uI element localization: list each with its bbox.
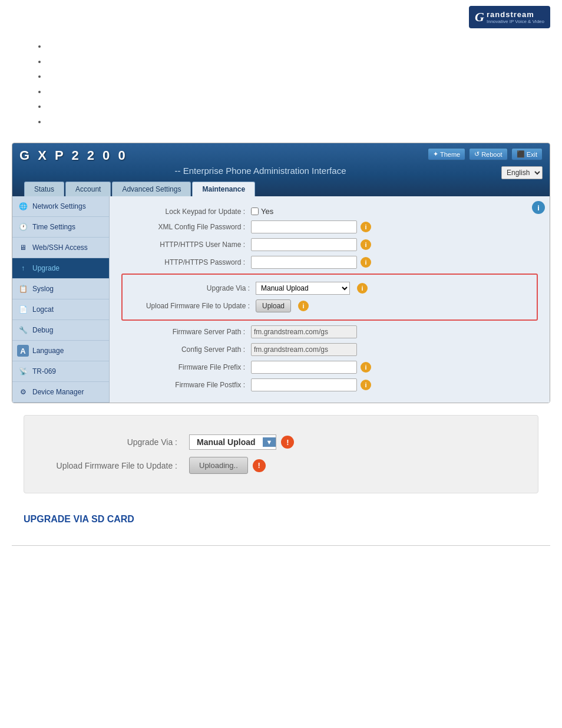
upload-firmware-expanded-row: Upload Firmware File to Update : Uploadi…: [42, 457, 520, 474]
main-content: 🌐 Network Settings 🕐 Time Settings 🖥 Web…: [12, 196, 550, 403]
http-pass-hint-icon[interactable]: i: [361, 257, 371, 268]
sidebar-label-web-ssh: Web/SSH Access: [32, 243, 88, 252]
uploading-warn-icon[interactable]: !: [253, 459, 266, 472]
sidebar-label-language: Language: [32, 347, 64, 355]
theme-label: Theme: [440, 151, 460, 158]
logo-brand: randstream: [487, 10, 544, 19]
firmware-postfix-label: Firmware File Postfix :: [121, 381, 251, 389]
form-row-upgrade-via: Upgrade Via : Manual Upload i: [126, 282, 533, 295]
device-model-title: G X P 2 2 0 0: [19, 148, 128, 163]
upgrade-via-expanded-section: Upgrade Via : Manual Upload ▼ ! Upload F…: [24, 415, 538, 493]
grandstream-logo: G randstream Innovative IP Voice & Video: [469, 6, 550, 28]
http-user-hint-icon[interactable]: i: [361, 239, 371, 250]
upload-button[interactable]: Upload: [256, 299, 291, 312]
firmware-server-label: Firmware Server Path :: [121, 328, 251, 336]
sdcard-section-heading: UPGRADE VIA SD CARD: [0, 505, 562, 528]
upgrade-via-warn-icon[interactable]: !: [281, 436, 294, 449]
logo-tagline: Innovative IP Voice & Video: [487, 19, 544, 24]
upgrade-via-select[interactable]: Manual Upload: [256, 282, 350, 295]
sidebar-item-tr069[interactable]: 📡 TR-069: [12, 361, 109, 382]
upload-firmware-hint-icon[interactable]: i: [298, 301, 309, 311]
sidebar-label-logcat: Logcat: [32, 305, 54, 314]
tab-account[interactable]: Account: [65, 182, 111, 196]
theme-button[interactable]: ✦ Theme: [428, 148, 465, 160]
sidebar-item-device-manager[interactable]: ⚙ Device Manager: [12, 382, 109, 403]
upgrade-via-hint-icon[interactable]: i: [357, 283, 368, 294]
theme-icon: ✦: [433, 150, 438, 158]
sidebar-label-network-settings: Network Settings: [32, 202, 86, 210]
header-buttons: ✦ Theme ↺ Reboot ⬛ Exit: [428, 148, 543, 160]
form-row-lock-keypad: Lock Keypad for Update : Yes: [121, 207, 538, 216]
upgrade-via-expanded-value: Manual Upload ▼ !: [189, 434, 294, 450]
sidebar-item-language[interactable]: A Language: [12, 341, 109, 361]
syslog-icon: 📋: [17, 283, 29, 295]
upgrade-via-expanded-label: Upgrade Via :: [42, 437, 189, 447]
web-ssh-icon: 🖥: [17, 242, 29, 253]
sidebar-item-debug[interactable]: 🔧 Debug: [12, 320, 109, 341]
xml-config-input[interactable]: [251, 220, 357, 233]
bullet-list-area: [0, 31, 562, 137]
firmware-postfix-hint-icon[interactable]: i: [361, 380, 371, 390]
sidebar-label-debug: Debug: [32, 326, 53, 334]
bottom-divider: [12, 545, 550, 546]
xml-config-label: XML Config File Password :: [121, 223, 251, 231]
form-row-firmware-postfix: Firmware File Postfix : i: [121, 378, 538, 391]
logo-g-letter: G: [475, 9, 484, 25]
form-row-http-user: HTTP/HTTPS User Name : i: [121, 238, 538, 251]
reboot-icon: ↺: [474, 150, 480, 158]
logo-area: G randstream Innovative IP Voice & Video: [0, 0, 562, 31]
sidebar-item-syslog[interactable]: 📋 Syslog: [12, 279, 109, 299]
upload-firmware-label: Upload Firmware File to Update :: [126, 302, 256, 310]
manual-upload-label: Manual Upload: [190, 435, 263, 449]
sidebar-label-device-manager: Device Manager: [32, 388, 84, 396]
upgrade-select-wrap: Manual Upload i: [256, 282, 368, 295]
device-header-top: G X P 2 2 0 0 ✦ Theme ↺ Reboot ⬛ Exit: [19, 148, 543, 163]
sidebar-item-network-settings[interactable]: 🌐 Network Settings: [12, 196, 109, 217]
firmware-prefix-hint-icon[interactable]: i: [361, 362, 371, 373]
sidebar-item-upgrade[interactable]: ↑ Upgrade: [12, 258, 109, 279]
time-settings-icon: 🕐: [17, 221, 29, 233]
exit-icon: ⬛: [517, 150, 525, 158]
exit-button[interactable]: ⬛ Exit: [511, 148, 543, 160]
bullet-item: [47, 41, 538, 52]
sidebar-label-tr069: TR-069: [32, 367, 56, 375]
select-arrow-icon: ▼: [263, 437, 276, 447]
lock-keypad-label: Lock Keypad for Update :: [121, 207, 251, 216]
device-subtitle: -- Enterprise Phone Administration Inter…: [19, 166, 501, 176]
upgrade-via-expanded-row: Upgrade Via : Manual Upload ▼ !: [42, 434, 520, 450]
exit-label: Exit: [527, 151, 537, 158]
lock-keypad-yes-label: Yes: [261, 207, 273, 216]
lock-keypad-checkbox[interactable]: [251, 207, 259, 215]
form-row-http-pass: HTTP/HTTPS Password : i: [121, 256, 538, 269]
bullet-item: [47, 116, 538, 128]
xml-config-hint-icon[interactable]: i: [361, 222, 371, 232]
tab-maintenance[interactable]: Maintenance: [192, 182, 255, 196]
sidebar-item-logcat[interactable]: 📄 Logcat: [12, 299, 109, 320]
firmware-prefix-label: Firmware File Prefix :: [121, 363, 251, 371]
config-server-input[interactable]: [251, 343, 357, 356]
sidebar-item-time-settings[interactable]: 🕐 Time Settings: [12, 217, 109, 238]
http-pass-input[interactable]: [251, 256, 357, 269]
firmware-prefix-input[interactable]: [251, 361, 357, 374]
form-row-xml-config: XML Config File Password : i: [121, 220, 538, 233]
tab-status[interactable]: Status: [24, 182, 64, 196]
upgrade-section: Upgrade Via : Manual Upload i Upload Fir…: [121, 274, 538, 321]
firmware-postfix-input[interactable]: [251, 378, 357, 391]
language-select[interactable]: English: [501, 166, 543, 179]
http-user-label: HTTP/HTTPS User Name :: [121, 241, 251, 249]
info-icon-button[interactable]: i: [532, 201, 545, 214]
manual-upload-select-box[interactable]: Manual Upload ▼: [189, 434, 276, 450]
sidebar-item-web-ssh-access[interactable]: 🖥 Web/SSH Access: [12, 238, 109, 258]
http-user-input[interactable]: [251, 238, 357, 251]
bullet-list: [35, 41, 538, 127]
form-row-upload-firmware: Upload Firmware File to Update : Upload …: [126, 299, 533, 312]
firmware-server-input[interactable]: [251, 325, 357, 338]
form-row-firmware-prefix: Firmware File Prefix : i: [121, 361, 538, 374]
logo-text: randstream Innovative IP Voice & Video: [487, 10, 544, 24]
reboot-label: Reboot: [481, 151, 502, 158]
reboot-button[interactable]: ↺ Reboot: [469, 148, 507, 160]
form-row-firmware-server: Firmware Server Path :: [121, 325, 538, 338]
uploading-button[interactable]: Uploading..: [189, 457, 248, 474]
logcat-icon: 📄: [17, 304, 29, 315]
tab-advanced-settings[interactable]: Advanced Settings: [112, 182, 191, 196]
